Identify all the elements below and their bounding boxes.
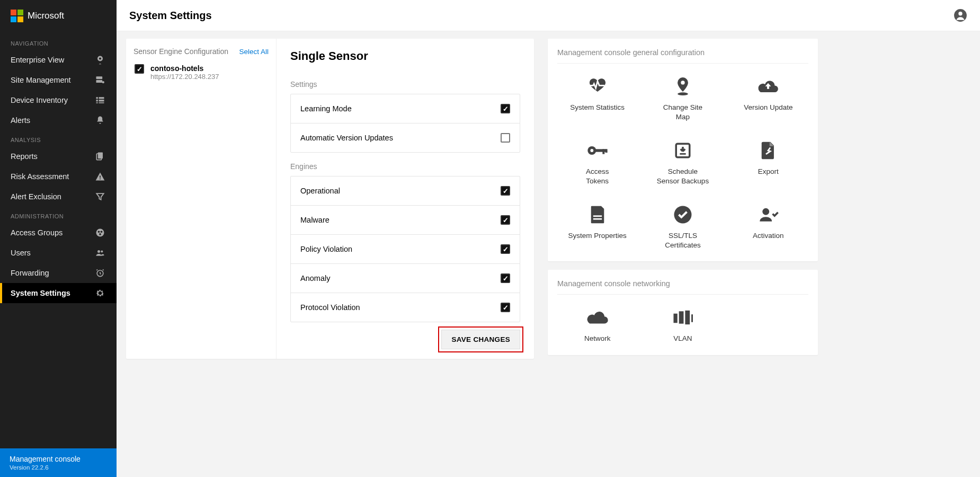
nav-item-label: Alert Exclusion: [11, 192, 61, 201]
bell-icon: [94, 115, 106, 126]
svg-rect-10: [99, 102, 104, 103]
user-avatar-icon[interactable]: [954, 8, 967, 22]
config-tile[interactable]: System Properties: [557, 204, 637, 250]
nav-section-label: NAVIGATION: [0, 34, 117, 50]
warning-icon: [94, 171, 106, 182]
setting-checkbox[interactable]: [501, 303, 510, 312]
save-changes-button[interactable]: SAVE CHANGES: [441, 330, 520, 349]
general-config-title: Management console general configuration: [557, 48, 808, 64]
config-tile[interactable]: SSL/TLSCertificates: [643, 204, 723, 250]
check-circle-icon: [673, 204, 692, 226]
svg-rect-28: [595, 149, 607, 152]
setting-label: Operational: [300, 187, 340, 195]
tile-label: System Statistics: [570, 103, 625, 112]
select-all-link[interactable]: Select All: [239, 48, 269, 56]
nav-item[interactable]: Device Inventory: [0, 90, 117, 110]
tile-label: AccessTokens: [586, 167, 609, 186]
svg-rect-3: [96, 80, 103, 83]
svg-rect-37: [673, 314, 677, 323]
setting-checkbox[interactable]: [501, 215, 510, 225]
nav-item[interactable]: Reports: [0, 146, 117, 166]
svg-rect-5: [96, 97, 98, 99]
nav-item[interactable]: Access Groups: [0, 223, 117, 243]
nav-item[interactable]: Risk Assessment: [0, 166, 117, 187]
sensor-list-panel: Sensor Engine Configuration Select All c…: [126, 39, 277, 359]
tile-label: Version Update: [744, 103, 792, 112]
nav-item[interactable]: Alerts: [0, 110, 117, 130]
copy-icon: [94, 151, 106, 162]
config-tile[interactable]: System Statistics: [557, 75, 637, 121]
download-box-icon: [674, 139, 692, 162]
sensor-list-title: Sensor Engine Configuration: [133, 47, 228, 56]
svg-rect-2: [96, 76, 103, 79]
config-tile[interactable]: Network: [557, 306, 637, 343]
config-tile[interactable]: AccessTokens: [557, 139, 637, 186]
svg-rect-13: [100, 175, 101, 178]
tile-label: Change SiteMap: [663, 103, 702, 121]
config-tile[interactable]: VLAN: [643, 306, 723, 343]
svg-point-20: [101, 250, 103, 252]
setting-row: Policy Violation: [291, 235, 520, 264]
tile-label: Activation: [753, 231, 784, 241]
nav-item[interactable]: Users: [0, 243, 117, 263]
setting-label: Malware: [300, 216, 329, 224]
setting-checkbox[interactable]: [501, 244, 510, 254]
config-tile[interactable]: ScheduleSensor Backups: [643, 139, 723, 186]
console-title: Management console: [10, 455, 107, 463]
config-tile[interactable]: Version Update: [728, 75, 808, 121]
setting-checkbox[interactable]: [501, 133, 510, 143]
config-tile[interactable]: Export: [728, 139, 808, 186]
sensor-checkbox[interactable]: [135, 64, 144, 74]
setting-row: Protocol Violation: [291, 293, 520, 322]
tile-label: ScheduleSensor Backups: [657, 167, 709, 186]
map-pin-icon: [94, 55, 106, 65]
sensor-row[interactable]: contoso-hotelshttps://172.20.248.237: [133, 63, 269, 82]
setting-checkbox[interactable]: [501, 273, 510, 283]
setting-label: Policy Violation: [300, 245, 352, 253]
general-config-card: Management console general configuration…: [548, 39, 818, 261]
nav-item-label: System Settings: [11, 289, 70, 297]
svg-point-4: [102, 81, 104, 83]
setting-checkbox[interactable]: [501, 186, 510, 196]
nav-item-label: Site Management: [11, 76, 71, 84]
sensor-name: contoso-hotels: [150, 64, 219, 73]
nav-section-label: ANALYSIS: [0, 130, 117, 146]
nav-item[interactable]: Forwarding: [0, 263, 117, 283]
nav-item[interactable]: Alert Exclusion: [0, 187, 117, 207]
tile-label: SSL/TLSCertificates: [665, 231, 701, 250]
config-tile[interactable]: Activation: [728, 204, 808, 250]
nav-item[interactable]: Enterprise View: [0, 50, 117, 70]
logo: Microsoft: [0, 0, 117, 34]
sensor-detail-panel: Single Sensor Settings Learning ModeAuto…: [277, 39, 534, 359]
svg-point-23: [958, 12, 962, 15]
nav-item-label: Device Inventory: [11, 96, 68, 104]
brand-text: Microsoft: [28, 11, 64, 21]
nav-item[interactable]: System Settings: [0, 283, 117, 303]
svg-rect-39: [685, 311, 690, 324]
svg-point-24: [681, 81, 684, 84]
nav-item[interactable]: Site Management: [0, 70, 117, 90]
svg-point-17: [101, 231, 103, 233]
console-version: Version 22.2.6: [10, 464, 107, 471]
svg-point-27: [590, 149, 593, 152]
networking-title: Management console networking: [557, 279, 808, 295]
config-tile[interactable]: Change SiteMap: [643, 75, 723, 121]
sensor-address: https://172.20.248.237: [150, 73, 219, 81]
svg-rect-30: [605, 149, 607, 153]
engines-section-label: Engines: [290, 162, 520, 171]
svg-point-19: [97, 250, 100, 253]
setting-checkbox[interactable]: [501, 104, 510, 113]
tile-label: VLAN: [673, 334, 692, 343]
svg-rect-9: [96, 102, 98, 103]
page-title: System Settings: [129, 10, 212, 22]
nav-item-label: Access Groups: [11, 228, 63, 237]
filter-icon: [94, 191, 106, 202]
setting-label: Automatic Version Updates: [300, 134, 393, 142]
setting-label: Protocol Violation: [300, 303, 360, 312]
setting-label: Anomaly: [300, 274, 330, 282]
nav-item-label: Forwarding: [11, 269, 49, 277]
settings-section-label: Settings: [290, 80, 520, 89]
setting-row: Operational: [291, 176, 520, 206]
svg-point-1: [99, 57, 101, 59]
topbar: System Settings: [117, 0, 980, 31]
